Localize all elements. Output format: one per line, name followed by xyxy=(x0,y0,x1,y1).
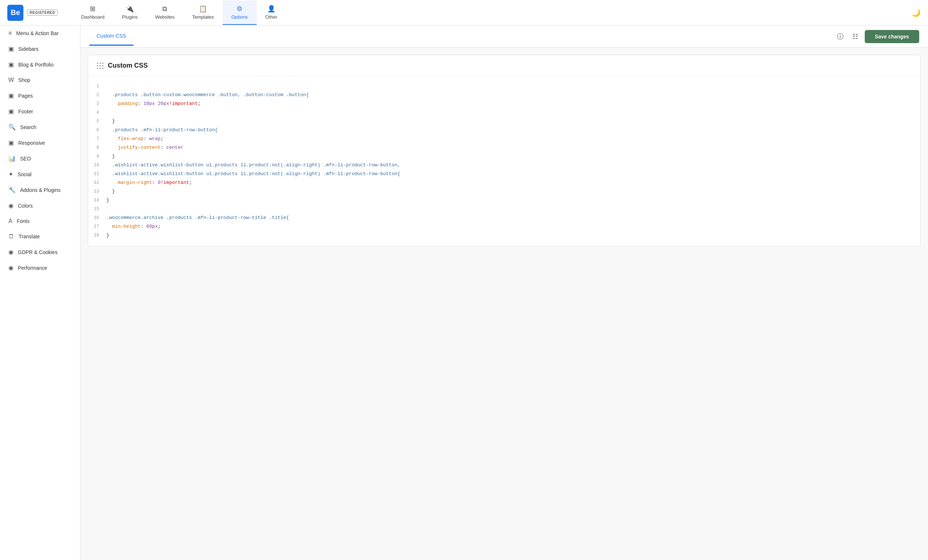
notes-button[interactable]: ☷ xyxy=(850,31,860,43)
sidebar-label-addons-plugins: Addons & Plugins xyxy=(20,187,61,193)
line-number-10: 10 xyxy=(88,161,107,169)
code-line-18: 18} xyxy=(88,231,920,240)
sidebar-item-blog-portfolio[interactable]: ▣Blog & Portfolio xyxy=(0,56,80,72)
nav-item-websites[interactable]: ⧉Websites xyxy=(146,1,183,25)
sidebar-item-responsive[interactable]: ▣Responsive xyxy=(0,135,80,151)
sidebar-label-sidebars: Sidebars xyxy=(18,46,38,52)
brand-badge: REGISTERED xyxy=(27,9,58,16)
drag-handle[interactable] xyxy=(97,63,104,69)
custom-css-panel: Custom CSS 12 .products .button-custom.w… xyxy=(88,55,921,246)
sidebar-item-social[interactable]: ✦Social xyxy=(0,166,80,182)
line-content-16: .woocommerce.archive .products .mfn-li-p… xyxy=(107,214,920,222)
sidebar-item-seo[interactable]: 📊SEO xyxy=(0,151,80,166)
line-number-4: 4 xyxy=(88,108,107,116)
line-content-8: justify-content: center xyxy=(107,143,920,152)
sidebar-label-social: Social xyxy=(18,171,31,177)
code-line-15: 15 xyxy=(88,205,920,214)
code-line-16: 16.woocommerce.archive .products .mfn-li… xyxy=(88,214,920,223)
templates-nav-icon: 📋 xyxy=(199,5,207,13)
line-number-7: 7 xyxy=(88,135,107,143)
panel-header: Custom CSS xyxy=(88,55,920,76)
nav-label-options: Options xyxy=(232,14,248,20)
sidebar-item-pages[interactable]: ▣Pages xyxy=(0,88,80,104)
code-line-5: 5 } xyxy=(88,117,920,126)
line-number-12: 12 xyxy=(88,179,107,186)
translate-sidebar-icon: 🗒 xyxy=(8,233,14,240)
nav-item-dashboard[interactable]: ⊞Dashboard xyxy=(72,0,113,25)
sidebar-item-menu-action-bar[interactable]: ≡Menu & Action Bar xyxy=(0,26,80,41)
nav-item-plugins[interactable]: 🔌Plugins xyxy=(113,0,147,25)
sidebar-label-footer: Footer xyxy=(18,108,33,114)
sidebar-item-search[interactable]: 🔍Search xyxy=(0,119,80,135)
sidebar-item-addons-plugins[interactable]: 🔧Addons & Plugins xyxy=(0,182,80,198)
code-line-12: 12 margin-right: 0!important; xyxy=(88,179,920,188)
line-number-14: 14 xyxy=(88,196,107,204)
sidebar-label-performance: Performance xyxy=(18,265,47,271)
tab-custom-css[interactable]: Custom CSS xyxy=(89,27,133,46)
code-line-17: 17 min-height: 60px; xyxy=(88,223,920,231)
seo-sidebar-icon: 📊 xyxy=(8,155,16,162)
code-editor[interactable]: 12 .products .button-custom.woocommerce … xyxy=(88,76,920,246)
code-line-3: 3 padding: 10px 20px!important; xyxy=(88,100,920,108)
code-line-13: 13 } xyxy=(88,188,920,196)
help-button[interactable]: ⓘ xyxy=(835,30,846,43)
sidebar-label-pages: Pages xyxy=(18,93,33,99)
nav-item-templates[interactable]: 📋Templates xyxy=(183,0,223,25)
performance-sidebar-icon: ◉ xyxy=(8,264,14,271)
options-nav-icon: ⚙ xyxy=(237,5,243,13)
line-content-9: } xyxy=(107,153,920,160)
nav-item-other[interactable]: 👤Other xyxy=(257,0,286,25)
line-number-16: 16 xyxy=(88,214,107,221)
code-line-14: 14} xyxy=(88,196,920,205)
line-number-2: 2 xyxy=(88,91,107,99)
shop-sidebar-icon: W xyxy=(8,77,14,83)
code-line-8: 8 justify-content: center xyxy=(88,143,920,153)
code-line-6: 6 .products .mfn-li-product-row-button{ xyxy=(88,126,920,135)
nav-label-templates: Templates xyxy=(192,14,214,20)
line-number-8: 8 xyxy=(88,143,107,151)
sidebar-item-fonts[interactable]: AFonts xyxy=(0,214,80,229)
line-number-5: 5 xyxy=(88,117,107,125)
brand-logo[interactable]: Be xyxy=(7,5,23,21)
code-line-1: 1 xyxy=(88,82,920,91)
sidebar-item-shop[interactable]: WShop xyxy=(0,72,80,88)
save-button[interactable]: Save changes xyxy=(865,30,919,43)
line-content-13: } xyxy=(107,188,920,195)
line-content-14: } xyxy=(107,196,920,204)
sidebar-item-footer[interactable]: ▣Footer xyxy=(0,104,80,119)
menu-action-bar-sidebar-icon: ≡ xyxy=(8,30,12,37)
sidebar-label-gdpr-cookies: GDPR & Cookies xyxy=(18,249,57,255)
tab-bar: Custom CSS ⓘ ☷ Save changes xyxy=(81,26,928,47)
code-line-10: 10 .wishlist-active.wishlist-button ul.p… xyxy=(88,161,920,170)
sidebars-sidebar-icon: ▣ xyxy=(8,45,14,52)
sidebar-item-gdpr-cookies[interactable]: ◉GDPR & Cookies xyxy=(0,244,80,260)
line-number-17: 17 xyxy=(88,223,107,230)
other-nav-icon: 👤 xyxy=(267,5,275,13)
code-line-9: 9 } xyxy=(88,153,920,161)
sidebar-label-shop: Shop xyxy=(18,77,31,83)
colors-sidebar-icon: ◉ xyxy=(8,202,14,209)
nav-label-websites: Websites xyxy=(155,14,174,20)
line-number-6: 6 xyxy=(88,126,107,134)
dashboard-nav-icon: ⊞ xyxy=(90,5,95,13)
dark-mode-toggle[interactable]: 🌙 xyxy=(911,9,921,17)
nav-label-plugins: Plugins xyxy=(122,14,138,20)
top-navigation: Be REGISTERED ⊞Dashboard🔌Plugins⧉Website… xyxy=(0,0,928,26)
sidebar-label-responsive: Responsive xyxy=(18,140,45,146)
sidebar-label-translate: Translate xyxy=(19,233,40,240)
code-line-11: 11 .wishlist-active.wishlist-button ul.p… xyxy=(88,170,920,179)
nav-item-options[interactable]: ⚙Options xyxy=(223,0,257,25)
pages-sidebar-icon: ▣ xyxy=(8,92,14,99)
sidebar-item-translate[interactable]: 🗒Translate xyxy=(0,229,80,244)
sidebar-item-colors[interactable]: ◉Colors xyxy=(0,198,80,214)
blog-portfolio-sidebar-icon: ▣ xyxy=(8,61,14,68)
code-line-2: 2 .products .button-custom.woocommerce .… xyxy=(88,91,920,100)
nav-right: 🌙 xyxy=(911,8,921,17)
line-content-3: padding: 10px 20px!important; xyxy=(107,100,920,108)
line-number-18: 18 xyxy=(88,231,107,239)
line-content-17: min-height: 60px; xyxy=(107,223,920,230)
main-layout: ≡Menu & Action Bar▣Sidebars▣Blog & Portf… xyxy=(0,26,928,560)
line-content-12: margin-right: 0!important; xyxy=(107,179,920,187)
sidebar-item-performance[interactable]: ◉Performance xyxy=(0,260,80,276)
sidebar-item-sidebars[interactable]: ▣Sidebars xyxy=(0,41,80,56)
